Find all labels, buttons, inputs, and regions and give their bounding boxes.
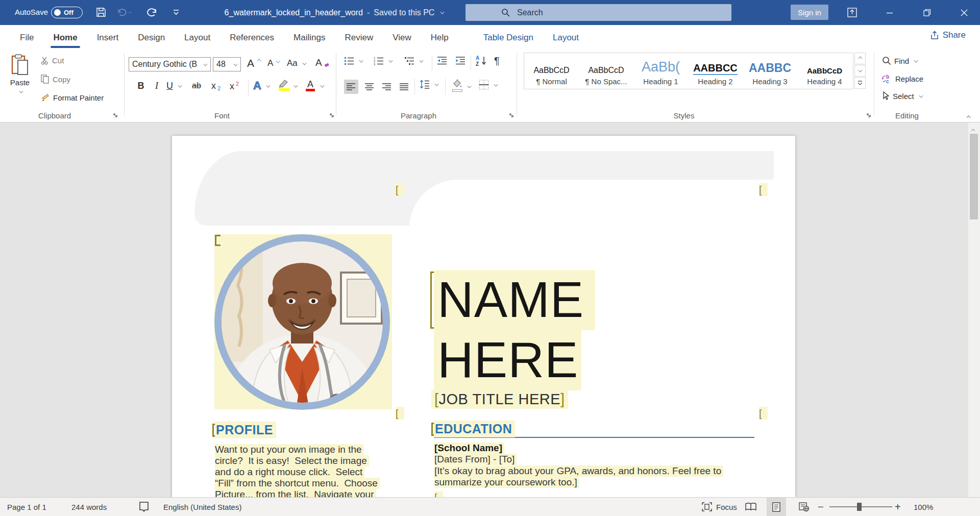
- job-title[interactable]: [JOB TITLE HERE]: [431, 390, 568, 409]
- shading-button[interactable]: [451, 79, 471, 93]
- tab-help[interactable]: Help: [421, 25, 458, 50]
- word-count[interactable]: 244 words: [71, 498, 107, 516]
- profile-text-line[interactable]: Picture... from the list. Navigate your: [215, 489, 376, 497]
- align-right-button[interactable]: [380, 80, 394, 94]
- profile-text-line[interactable]: Want to put your own image in the: [215, 444, 364, 455]
- tab-insert[interactable]: Insert: [87, 25, 129, 50]
- change-case-button[interactable]: Aa: [287, 58, 306, 68]
- text-highlight-button[interactable]: [278, 79, 298, 92]
- tab-view[interactable]: View: [383, 25, 421, 50]
- share-button[interactable]: Share: [930, 30, 966, 40]
- find-button[interactable]: Find: [882, 56, 918, 65]
- zoom-slider-thumb[interactable]: [857, 503, 862, 511]
- tab-references[interactable]: References: [220, 25, 284, 50]
- clipboard-dialog-launcher[interactable]: [113, 112, 120, 119]
- clear-formatting-button[interactable]: A: [315, 57, 329, 68]
- save-button[interactable]: [93, 5, 109, 19]
- style-heading2[interactable]: AABBCC Heading 2: [688, 53, 743, 89]
- italic-button[interactable]: I: [151, 81, 162, 91]
- style-heading3[interactable]: AABBC Heading 3: [743, 53, 797, 89]
- redo-button[interactable]: [145, 5, 160, 19]
- profile-photo-block[interactable]: [214, 234, 392, 409]
- document-page[interactable]: [ [ [ [ [: [172, 136, 795, 497]
- education-dates-line[interactable]: [Dates From] - [To]: [434, 454, 517, 465]
- customize-quick-access-button[interactable]: [168, 5, 184, 19]
- profile-heading[interactable]: PROFILE: [215, 422, 276, 438]
- bullets-button[interactable]: [344, 56, 363, 65]
- tab-home[interactable]: Home: [43, 25, 87, 50]
- tab-design[interactable]: Design: [128, 25, 175, 50]
- style-heading4[interactable]: AaBbCcD Heading 4: [797, 53, 852, 89]
- tab-file[interactable]: File: [10, 25, 43, 50]
- select-button[interactable]: Select: [882, 91, 923, 101]
- collapse-ribbon-button[interactable]: [965, 111, 970, 120]
- proofing-status[interactable]: [139, 498, 149, 516]
- focus-button[interactable]: Focus: [702, 498, 737, 516]
- numbering-button[interactable]: 123: [374, 56, 393, 65]
- zoom-level[interactable]: 100%: [914, 498, 933, 516]
- education-detail-line[interactable]: [It’s okay to brag about your GPA, award…: [434, 465, 723, 477]
- font-color-button[interactable]: A: [305, 79, 324, 93]
- copy-button[interactable]: Copy: [41, 75, 70, 84]
- paste-button[interactable]: Paste: [5, 53, 35, 102]
- shrink-font-button[interactable]: A: [267, 58, 280, 68]
- zoom-out-button[interactable]: −: [818, 498, 824, 516]
- grow-font-button[interactable]: A: [247, 57, 261, 69]
- tab-layout[interactable]: Layout: [175, 25, 220, 50]
- show-formatting-marks-button[interactable]: ¶: [494, 55, 500, 67]
- name-title-line1[interactable]: NAME: [434, 270, 595, 330]
- ribbon-display-options-button[interactable]: [840, 0, 864, 25]
- education-school-line[interactable]: [School Name]: [434, 443, 504, 454]
- font-size-combo[interactable]: 48: [213, 57, 241, 71]
- align-left-button[interactable]: [344, 80, 358, 94]
- borders-button[interactable]: [479, 80, 498, 90]
- align-center-button[interactable]: [362, 80, 377, 94]
- style-normal[interactable]: AaBbCcD ¶ Normal: [524, 53, 579, 89]
- education-heading[interactable]: EDUCATION: [434, 421, 515, 437]
- search-bar[interactable]: Search: [465, 4, 731, 21]
- undo-button[interactable]: [116, 5, 132, 19]
- page-indicator[interactable]: Page 1 of 1: [7, 498, 46, 516]
- replace-button[interactable]: bc Replace: [882, 74, 923, 84]
- tab-review[interactable]: Review: [335, 25, 383, 50]
- multilevel-list-button[interactable]: [404, 56, 423, 65]
- document-title[interactable]: 6_watermark_locked_in_header_word - Save…: [225, 8, 445, 17]
- sign-in-button[interactable]: Sign in: [791, 5, 828, 20]
- tab-table-design[interactable]: Table Design: [474, 25, 543, 50]
- style-heading1[interactable]: AaBb( Heading 1: [633, 53, 688, 89]
- profile-text-line[interactable]: “Fill” from the shortcut menu. Choose: [215, 478, 380, 489]
- close-button[interactable]: [952, 0, 976, 25]
- zoom-in-button[interactable]: +: [895, 498, 901, 516]
- decrease-indent-button[interactable]: [437, 56, 447, 65]
- styles-gallery-expand-button[interactable]: [854, 77, 866, 89]
- underline-button[interactable]: U: [166, 81, 182, 91]
- justify-button[interactable]: [397, 80, 411, 94]
- paragraph-dialog-launcher[interactable]: [509, 112, 517, 119]
- font-name-combo[interactable]: Century Gothic (B: [129, 57, 211, 71]
- style-no-spacing[interactable]: AaBbCcD ¶ No Spac...: [579, 53, 633, 89]
- minimize-button[interactable]: [878, 0, 901, 25]
- cut-button[interactable]: Cut: [41, 56, 64, 65]
- format-painter-button[interactable]: Format Painter: [41, 93, 104, 102]
- styles-scroll-down-button[interactable]: [854, 65, 866, 77]
- styles-scroll-up-button[interactable]: [854, 53, 866, 64]
- increase-indent-button[interactable]: [455, 56, 465, 65]
- read-mode-button[interactable]: [741, 498, 761, 516]
- language-status[interactable]: English (United States): [163, 498, 241, 516]
- strikethrough-button[interactable]: ab: [192, 81, 201, 90]
- subscript-button[interactable]: x2: [211, 81, 220, 91]
- profile-text-line[interactable]: circle? It is easy! Select the image: [215, 455, 369, 466]
- superscript-button[interactable]: x2: [230, 81, 239, 92]
- sort-button[interactable]: AZ: [476, 55, 488, 66]
- bold-button[interactable]: B: [135, 81, 147, 91]
- autosave-toggle[interactable]: Off: [51, 7, 83, 18]
- restore-button[interactable]: [915, 0, 939, 25]
- profile-text-line[interactable]: and do a right mouse click. Select: [215, 466, 364, 478]
- line-spacing-button[interactable]: [420, 80, 438, 89]
- education-detail-line[interactable]: summarize your coursework too.]: [434, 477, 579, 488]
- name-title-line2[interactable]: HERE: [434, 330, 581, 390]
- tab-mailings[interactable]: Mailings: [284, 25, 335, 50]
- web-layout-button[interactable]: [794, 498, 814, 516]
- text-effects-button[interactable]: A: [253, 79, 270, 92]
- styles-dialog-launcher[interactable]: [867, 112, 874, 119]
